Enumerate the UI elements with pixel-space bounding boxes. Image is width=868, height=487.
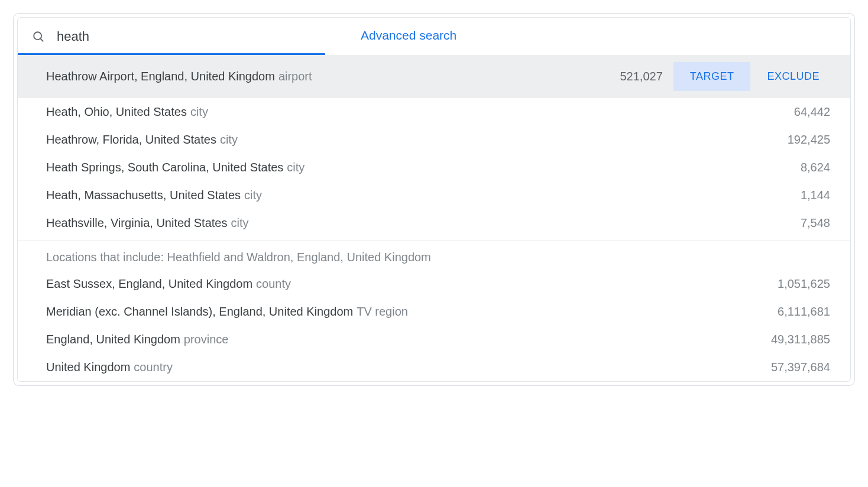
advanced-search-link[interactable]: Advanced search (361, 28, 456, 42)
location-name: Heathsville, Virginia, United States (46, 216, 227, 230)
location-row[interactable]: Heath, Ohio, United States city 64,442 (18, 98, 850, 126)
location-name: England, United Kingdom (46, 333, 180, 346)
location-type: city (231, 216, 248, 230)
location-panel: Advanced search Heathrow Airport, Englan… (17, 17, 851, 382)
search-icon (32, 30, 45, 43)
location-row[interactable]: Heathsville, Virginia, United States cit… (18, 209, 850, 237)
target-button[interactable]: TARGET (673, 62, 751, 91)
location-row[interactable]: East Sussex, England, United Kingdom cou… (18, 270, 850, 298)
svg-line-1 (40, 38, 43, 41)
location-type: city (287, 161, 305, 174)
location-reach: 192,425 (706, 133, 836, 147)
location-type: city (220, 133, 238, 147)
location-type: province (184, 333, 229, 346)
location-reach: 1,051,625 (706, 277, 836, 291)
location-reach: 521,027 (539, 70, 669, 83)
topbar: Advanced search (18, 18, 850, 55)
location-row[interactable]: Meridian (exc. Channel Islands), England… (18, 298, 850, 326)
location-reach: 7,548 (706, 216, 836, 230)
location-type: country (134, 361, 173, 374)
location-name: United Kingdom (46, 361, 130, 374)
exclude-button[interactable]: EXCLUDE (750, 62, 836, 91)
advanced-search-container: Advanced search (325, 18, 850, 55)
location-type: TV region (357, 305, 408, 319)
include-header: Locations that include: Heathfield and W… (18, 241, 850, 270)
location-name: Heath, Massachusetts, United States (46, 189, 241, 202)
location-row[interactable]: Heath Springs, South Carolina, United St… (18, 154, 850, 181)
location-type: county (256, 277, 291, 291)
location-name: Heathrow Airport, England, United Kingdo… (46, 70, 275, 83)
location-name: Heath, Ohio, United States (46, 105, 187, 119)
location-row[interactable]: Heathrow, Florida, United States city 19… (18, 126, 850, 154)
location-type: city (244, 189, 262, 202)
location-reach: 1,144 (706, 189, 836, 202)
location-type: airport (278, 70, 312, 83)
location-reach: 8,624 (706, 161, 836, 174)
location-row[interactable]: United Kingdom country 57,397,684 (18, 353, 850, 381)
location-type: city (190, 105, 208, 119)
row-actions: TARGET EXCLUDE (673, 62, 836, 91)
location-name: Heath Springs, South Carolina, United St… (46, 161, 283, 174)
location-reach: 6,111,681 (706, 305, 836, 319)
location-reach: 64,442 (706, 105, 836, 119)
search-input[interactable] (56, 28, 315, 45)
location-name: East Sussex, England, United Kingdom (46, 277, 252, 291)
location-reach: 57,397,684 (706, 361, 836, 374)
outer-frame: Advanced search Heathrow Airport, Englan… (13, 13, 855, 386)
location-reach: 49,311,885 (706, 333, 836, 346)
location-row[interactable]: Heathrow Airport, England, United Kingdo… (18, 55, 850, 98)
location-name: Heathrow, Florida, United States (46, 133, 216, 147)
location-row[interactable]: Heath, Massachusetts, United States city… (18, 181, 850, 209)
svg-point-0 (34, 32, 41, 40)
location-name: Meridian (exc. Channel Islands), England… (46, 305, 353, 319)
location-row[interactable]: England, United Kingdom province 49,311,… (18, 326, 850, 353)
search-container (18, 18, 325, 55)
results-list: Heathrow Airport, England, United Kingdo… (18, 55, 850, 381)
